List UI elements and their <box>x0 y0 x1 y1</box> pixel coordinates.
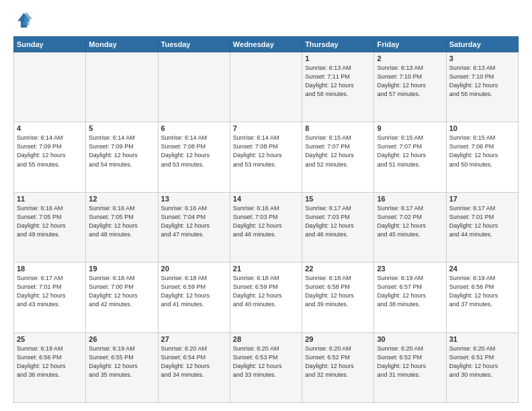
calendar-cell: 15Sunrise: 6:17 AM Sunset: 7:03 PM Dayli… <box>302 192 374 262</box>
day-number: 13 <box>161 195 227 203</box>
day-number: 1 <box>305 54 371 62</box>
day-number: 24 <box>449 265 515 273</box>
calendar-cell: 10Sunrise: 6:15 AM Sunset: 7:06 PM Dayli… <box>446 122 518 192</box>
day-info: Sunrise: 6:20 AM Sunset: 6:53 PM Dayligh… <box>233 345 299 379</box>
day-info: Sunrise: 6:14 AM Sunset: 7:08 PM Dayligh… <box>233 134 299 169</box>
day-number: 18 <box>17 265 83 273</box>
calendar-cell: 11Sunrise: 6:16 AM Sunset: 7:05 PM Dayli… <box>14 192 86 262</box>
calendar-cell: 29Sunrise: 6:20 AM Sunset: 6:52 PM Dayli… <box>302 332 374 402</box>
day-number: 26 <box>89 335 154 343</box>
day-info: Sunrise: 6:20 AM Sunset: 6:52 PM Dayligh… <box>377 345 443 379</box>
day-number: 5 <box>89 124 154 132</box>
calendar-cell: 27Sunrise: 6:20 AM Sunset: 6:54 PM Dayli… <box>158 332 230 402</box>
day-info: Sunrise: 6:20 AM Sunset: 6:51 PM Dayligh… <box>449 345 515 379</box>
day-info: Sunrise: 6:14 AM Sunset: 7:08 PM Dayligh… <box>161 134 227 169</box>
calendar-week-row: 18Sunrise: 6:17 AM Sunset: 7:01 PM Dayli… <box>14 263 519 332</box>
day-info: Sunrise: 6:19 AM Sunset: 6:56 PM Dayligh… <box>449 274 515 309</box>
calendar-cell: 19Sunrise: 6:18 AM Sunset: 7:00 PM Dayli… <box>86 263 158 332</box>
calendar-cell: 9Sunrise: 6:15 AM Sunset: 7:07 PM Daylig… <box>374 122 446 192</box>
day-of-week-header: Friday <box>374 37 446 52</box>
day-number: 15 <box>305 195 371 203</box>
calendar-cell: 25Sunrise: 6:19 AM Sunset: 6:56 PM Dayli… <box>14 332 86 402</box>
day-number: 16 <box>377 195 443 203</box>
day-number: 17 <box>449 195 515 203</box>
day-info: Sunrise: 6:16 AM Sunset: 7:03 PM Dayligh… <box>233 204 299 239</box>
day-info: Sunrise: 6:18 AM Sunset: 7:00 PM Dayligh… <box>89 274 154 309</box>
day-info: Sunrise: 6:17 AM Sunset: 7:02 PM Dayligh… <box>377 204 443 239</box>
day-info: Sunrise: 6:18 AM Sunset: 6:59 PM Dayligh… <box>233 274 299 309</box>
day-info: Sunrise: 6:17 AM Sunset: 7:01 PM Dayligh… <box>449 204 515 239</box>
day-info: Sunrise: 6:19 AM Sunset: 6:57 PM Dayligh… <box>377 274 443 309</box>
calendar-cell <box>86 52 158 122</box>
day-of-week-header: Wednesday <box>230 37 302 52</box>
calendar-cell: 21Sunrise: 6:18 AM Sunset: 6:59 PM Dayli… <box>230 263 302 332</box>
day-number: 7 <box>233 124 299 132</box>
day-info: Sunrise: 6:20 AM Sunset: 6:54 PM Dayligh… <box>161 345 227 379</box>
logo-icon <box>13 11 32 30</box>
day-info: Sunrise: 6:15 AM Sunset: 7:07 PM Dayligh… <box>377 134 443 169</box>
calendar-week-row: 4Sunrise: 6:14 AM Sunset: 7:09 PM Daylig… <box>14 122 519 192</box>
day-number: 10 <box>449 124 515 132</box>
calendar-cell: 22Sunrise: 6:18 AM Sunset: 6:58 PM Dayli… <box>302 263 374 332</box>
day-info: Sunrise: 6:17 AM Sunset: 7:03 PM Dayligh… <box>305 204 371 239</box>
calendar-cell: 5Sunrise: 6:14 AM Sunset: 7:09 PM Daylig… <box>86 122 158 192</box>
calendar-cell <box>14 52 86 122</box>
calendar-cell: 2Sunrise: 6:13 AM Sunset: 7:10 PM Daylig… <box>374 52 446 122</box>
day-number: 30 <box>377 335 443 343</box>
day-number: 8 <box>305 124 371 132</box>
calendar-cell: 26Sunrise: 6:19 AM Sunset: 6:55 PM Dayli… <box>86 332 158 402</box>
calendar-cell: 13Sunrise: 6:16 AM Sunset: 7:04 PM Dayli… <box>158 192 230 262</box>
day-info: Sunrise: 6:14 AM Sunset: 7:09 PM Dayligh… <box>17 134 83 169</box>
header <box>13 11 519 30</box>
day-of-week-header: Saturday <box>446 37 518 52</box>
day-number: 6 <box>161 124 227 132</box>
day-number: 3 <box>449 54 515 62</box>
day-number: 19 <box>89 265 154 273</box>
calendar-week-row: 25Sunrise: 6:19 AM Sunset: 6:56 PM Dayli… <box>14 332 519 402</box>
day-number: 22 <box>305 265 371 273</box>
day-of-week-header: Monday <box>86 37 158 52</box>
page: SundayMondayTuesdayWednesdayThursdayFrid… <box>0 0 532 411</box>
calendar-cell: 3Sunrise: 6:13 AM Sunset: 7:10 PM Daylig… <box>446 52 518 122</box>
day-info: Sunrise: 6:19 AM Sunset: 6:56 PM Dayligh… <box>17 345 83 379</box>
day-info: Sunrise: 6:15 AM Sunset: 7:06 PM Dayligh… <box>449 134 515 169</box>
calendar-cell: 20Sunrise: 6:18 AM Sunset: 6:59 PM Dayli… <box>158 263 230 332</box>
day-info: Sunrise: 6:16 AM Sunset: 7:04 PM Dayligh… <box>161 204 227 239</box>
calendar-week-row: 11Sunrise: 6:16 AM Sunset: 7:05 PM Dayli… <box>14 192 519 262</box>
calendar-header-row: SundayMondayTuesdayWednesdayThursdayFrid… <box>14 37 519 52</box>
calendar-cell: 30Sunrise: 6:20 AM Sunset: 6:52 PM Dayli… <box>374 332 446 402</box>
day-number: 2 <box>377 54 443 62</box>
day-info: Sunrise: 6:17 AM Sunset: 7:01 PM Dayligh… <box>17 274 83 309</box>
day-info: Sunrise: 6:19 AM Sunset: 6:55 PM Dayligh… <box>89 345 154 379</box>
day-info: Sunrise: 6:13 AM Sunset: 7:10 PM Dayligh… <box>449 64 515 99</box>
day-info: Sunrise: 6:14 AM Sunset: 7:09 PM Dayligh… <box>89 134 154 169</box>
calendar-cell: 17Sunrise: 6:17 AM Sunset: 7:01 PM Dayli… <box>446 192 518 262</box>
day-info: Sunrise: 6:16 AM Sunset: 7:05 PM Dayligh… <box>17 204 83 239</box>
calendar-cell: 14Sunrise: 6:16 AM Sunset: 7:03 PM Dayli… <box>230 192 302 262</box>
day-number: 4 <box>17 124 83 132</box>
calendar-cell <box>158 52 230 122</box>
day-of-week-header: Sunday <box>14 37 86 52</box>
calendar-cell: 6Sunrise: 6:14 AM Sunset: 7:08 PM Daylig… <box>158 122 230 192</box>
day-number: 14 <box>233 195 299 203</box>
day-number: 12 <box>89 195 154 203</box>
logo <box>13 11 35 30</box>
calendar-cell: 18Sunrise: 6:17 AM Sunset: 7:01 PM Dayli… <box>14 263 86 332</box>
day-info: Sunrise: 6:15 AM Sunset: 7:07 PM Dayligh… <box>305 134 371 169</box>
day-number: 11 <box>17 195 83 203</box>
day-number: 21 <box>233 265 299 273</box>
day-info: Sunrise: 6:13 AM Sunset: 7:10 PM Dayligh… <box>377 64 443 99</box>
calendar-week-row: 1Sunrise: 6:13 AM Sunset: 7:11 PM Daylig… <box>14 52 519 122</box>
day-info: Sunrise: 6:20 AM Sunset: 6:52 PM Dayligh… <box>305 345 371 379</box>
day-number: 29 <box>305 335 371 343</box>
calendar-cell: 8Sunrise: 6:15 AM Sunset: 7:07 PM Daylig… <box>302 122 374 192</box>
calendar-cell: 31Sunrise: 6:20 AM Sunset: 6:51 PM Dayli… <box>446 332 518 402</box>
calendar-cell: 24Sunrise: 6:19 AM Sunset: 6:56 PM Dayli… <box>446 263 518 332</box>
day-of-week-header: Tuesday <box>158 37 230 52</box>
day-info: Sunrise: 6:18 AM Sunset: 6:59 PM Dayligh… <box>161 274 227 309</box>
calendar-cell: 28Sunrise: 6:20 AM Sunset: 6:53 PM Dayli… <box>230 332 302 402</box>
calendar-cell: 7Sunrise: 6:14 AM Sunset: 7:08 PM Daylig… <box>230 122 302 192</box>
day-info: Sunrise: 6:16 AM Sunset: 7:05 PM Dayligh… <box>89 204 154 239</box>
calendar-table: SundayMondayTuesdayWednesdayThursdayFrid… <box>13 36 519 403</box>
day-number: 27 <box>161 335 227 343</box>
